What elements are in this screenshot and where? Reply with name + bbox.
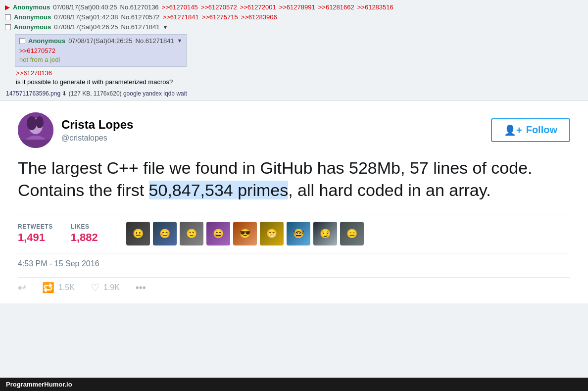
liker-avatar-7[interactable]: 🤓	[287, 222, 310, 245]
liker-avatar-5[interactable]: 😎	[233, 222, 257, 245]
footer-bar: ProgrammerHumor.io	[0, 378, 588, 391]
tweet-handle[interactable]: @cristalopes	[61, 134, 133, 143]
tweet-user-info: Crista Lopes @cristalopes	[61, 118, 133, 143]
tweet-body-highlight: 50,847,534 primes	[149, 181, 289, 199]
retweet-count: 1.5K	[58, 283, 75, 292]
chan-section: ▶ Anonymous 07/08/17(Sat)00:40:25 No.612…	[0, 0, 588, 100]
post2-checkbox[interactable]	[5, 14, 11, 20]
tweet-header: Crista Lopes @cristalopes 👤+ Follow	[18, 112, 570, 148]
retweet-icon: 🔁	[42, 282, 54, 293]
chan-post-2: Anonymous 07/08/17(Sat)01:42:38 No.61270…	[5, 13, 583, 22]
file-wait[interactable]: wait	[176, 90, 187, 97]
reply-icon: ↩	[18, 282, 26, 293]
avatar	[18, 112, 53, 148]
inline-num: No.61271841	[136, 37, 174, 46]
avatar-image	[18, 112, 53, 148]
file-link[interactable]: 1475711763596.png	[6, 90, 60, 97]
file-google[interactable]: google	[123, 90, 141, 97]
post2-reply1[interactable]: >>61271841	[163, 13, 199, 22]
liker-avatar-8[interactable]: 😏	[313, 222, 337, 245]
liker-avatar-2[interactable]: 😊	[153, 222, 177, 245]
likers-avatars: 😐 😊 🙂 😄 😎 😁 🤓 😏 😑	[126, 222, 364, 245]
post3-date: 07/08/17(Sat)04:26:25	[54, 23, 118, 32]
tweet-display-name[interactable]: Crista Lopes	[61, 118, 133, 132]
stats-divider	[116, 221, 116, 246]
tweet-user: Crista Lopes @cristalopes	[18, 112, 133, 148]
retweets-label: RETWEETS	[18, 223, 53, 230]
liker-avatar-1[interactable]: 😐	[126, 222, 150, 245]
post3-num: No.61271841	[121, 23, 160, 32]
tweet-stats: RETWEETS 1,491 LIKES 1,882 😐 😊 🙂 😄 😎 😁 🤓…	[18, 214, 570, 253]
footer-label: ProgrammerHumor.io	[6, 381, 72, 388]
file-iqdb[interactable]: iqdb	[163, 90, 175, 97]
svg-rect-3	[18, 140, 53, 148]
liker-avatar-6[interactable]: 😁	[260, 222, 284, 245]
liker-img-4: 😄	[206, 222, 230, 245]
liker-img-5: 😎	[233, 222, 257, 245]
post1-reply5[interactable]: >>61281662	[318, 3, 354, 12]
svg-point-5	[36, 116, 44, 128]
liker-img-2: 😊	[153, 222, 177, 245]
chan-post-1: ▶ Anonymous 07/08/17(Sat)00:40:25 No.612…	[5, 3, 583, 12]
post1-date: 07/08/17(Sat)00:40:25	[53, 3, 117, 12]
file-yandex[interactable]: yandex	[143, 90, 162, 97]
liker-img-7: 🤓	[287, 222, 310, 245]
retweets-group: RETWEETS 1,491	[18, 223, 53, 244]
post2-name: Anonymous	[14, 13, 51, 22]
tweet-wrapper: Crista Lopes @cristalopes 👤+ Follow The …	[0, 100, 588, 304]
post3-name: Anonymous	[14, 23, 51, 32]
follow-button[interactable]: 👤+ Follow	[491, 118, 570, 142]
retweet-action[interactable]: 🔁 1.5K	[42, 282, 75, 293]
likes-group: LIKES 1,882	[71, 223, 98, 244]
post2-reply2[interactable]: >>61275715	[202, 13, 238, 22]
post2-date: 07/08/17(Sat)01:42:38	[54, 13, 118, 22]
tweet-body-part2: , all hard coded in an array.	[288, 181, 491, 199]
heart-icon: ♡	[91, 282, 99, 293]
tweet-timestamp: 4:53 PM - 15 Sep 2016	[18, 259, 570, 268]
file-info: 1475711763596.png ⬇ (127 KB, 1176x620) g…	[6, 90, 583, 97]
likes-label: LIKES	[71, 223, 98, 230]
post1-reply2[interactable]: >>61270572	[201, 3, 237, 12]
post2-reply3[interactable]: >>61283906	[241, 13, 277, 22]
inline-quotelink[interactable]: >>61270572	[19, 47, 55, 54]
liker-avatar-3[interactable]: 🙂	[180, 222, 203, 245]
liker-avatar-4[interactable]: 😄	[206, 222, 230, 245]
like-action[interactable]: ♡ 1.9K	[91, 282, 120, 293]
liker-img-1: 😐	[126, 222, 150, 245]
tweet-actions: ↩ 🔁 1.5K ♡ 1.9K •••	[18, 277, 570, 293]
liker-avatar-9[interactable]: 😑	[340, 222, 364, 245]
liker-img-8: 😏	[313, 222, 337, 245]
inline-arrow-down: ▼	[177, 37, 183, 45]
ellipsis-icon: •••	[136, 282, 146, 293]
liker-img-6: 😁	[260, 222, 284, 245]
follow-label: Follow	[526, 124, 557, 136]
post1-reply1[interactable]: >>61270145	[162, 3, 198, 12]
retweets-value: 1,491	[18, 231, 53, 244]
post1-reply6[interactable]: >>61283516	[357, 3, 393, 12]
post1-arrow: ▶	[5, 3, 10, 12]
post1-name: Anonymous	[13, 3, 50, 12]
post3-bodyquote[interactable]: >>61270136	[16, 69, 52, 77]
liker-img-3: 🙂	[180, 222, 203, 245]
follow-person-icon: 👤+	[504, 124, 522, 136]
reply-action[interactable]: ↩	[18, 282, 26, 293]
inline-date: 07/08/17(Sat)04:26:25	[68, 37, 132, 46]
post3-checkbox[interactable]	[5, 24, 11, 30]
svg-point-4	[27, 116, 37, 130]
inline-checkbox[interactable]	[19, 38, 25, 44]
post3-bodytext: is it possible to generate it with param…	[16, 78, 173, 86]
post1-reply4[interactable]: >>61278991	[279, 3, 315, 12]
post3-arrow-down: ▼	[163, 24, 168, 31]
post1-reply3[interactable]: >>61272001	[240, 3, 276, 12]
chan-post-3: Anonymous 07/08/17(Sat)04:26:25 No.61271…	[5, 23, 583, 87]
likes-value: 1,882	[71, 231, 98, 244]
post1-num: No.61270136	[120, 3, 159, 12]
post3-inline-reply: Anonymous 07/08/17(Sat)04:26:25 No.61271…	[15, 34, 187, 67]
inline-quotetext: not from a jedi	[19, 55, 182, 64]
more-action[interactable]: •••	[136, 282, 146, 293]
post2-num: No.61270572	[121, 13, 160, 22]
liker-img-9: 😑	[340, 222, 364, 245]
file-size: (127 KB, 1176x620)	[69, 90, 122, 97]
tweet-body: The largest C++ file we found in GitHub …	[18, 157, 570, 202]
file-download-icon[interactable]: ⬇	[62, 90, 67, 97]
